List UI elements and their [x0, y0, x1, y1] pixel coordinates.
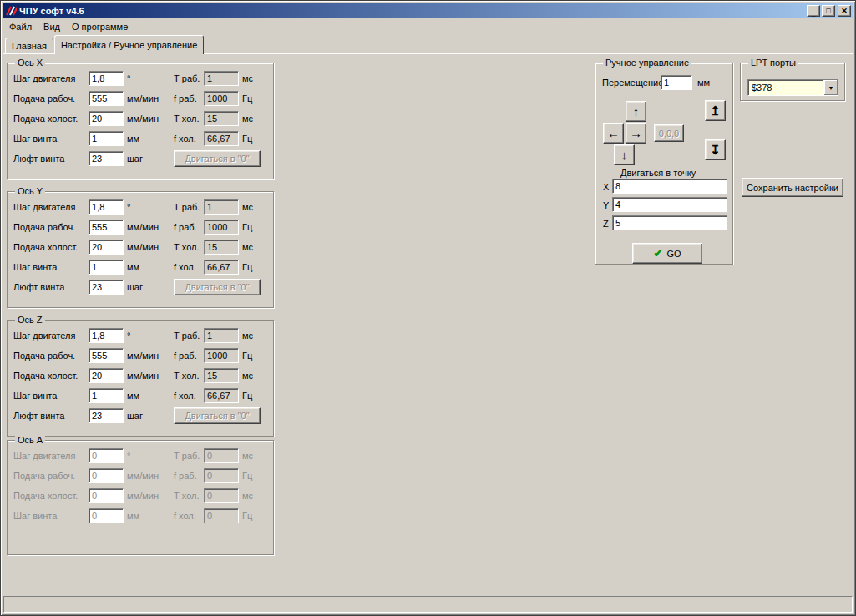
menu-file[interactable]: Файл	[3, 20, 38, 33]
y-work-feed-input[interactable]	[89, 220, 124, 235]
save-settings-button[interactable]: Сохранить настройки	[742, 178, 843, 197]
settings-tab-page: Ось X Шаг двигателя ° Т раб. мс Подача р…	[3, 53, 853, 594]
field-label: Шаг винта	[13, 511, 89, 521]
manual-control-group: Ручное управление Перемещение мм ↑ ↥ ← →…	[595, 58, 733, 265]
unit-label: мс	[242, 491, 261, 501]
x-work-feed-input[interactable]	[89, 91, 124, 106]
unit-label: Гц	[242, 93, 261, 104]
x-idle-feed-input[interactable]	[89, 111, 124, 126]
field-label: Т хол.	[174, 114, 204, 124]
lpt-port-select[interactable]: $378 ▼	[747, 79, 838, 96]
jog-up-button[interactable]: ↑	[626, 101, 646, 122]
z-f-work-field	[204, 348, 239, 363]
unit-label: мм/мин	[127, 491, 174, 501]
z-screw-pitch-input[interactable]	[89, 388, 124, 403]
unit-label: шаг	[127, 282, 174, 292]
field-label: Подача холост.	[13, 371, 89, 381]
field-label: f раб.	[174, 351, 204, 361]
z-idle-feed-input[interactable]	[89, 368, 124, 383]
x-goto-zero-button: Двигаться в "0"	[174, 150, 261, 167]
goto-x-input[interactable]	[612, 179, 727, 194]
y-backlash-input[interactable]	[89, 280, 124, 295]
field-label: f раб.	[174, 471, 204, 481]
field-label: f раб.	[174, 93, 204, 104]
z-work-feed-input[interactable]	[89, 348, 124, 363]
y-motor-step-input[interactable]	[89, 199, 124, 215]
unit-label: мс	[242, 451, 261, 461]
a-t-work-field	[204, 448, 239, 463]
tab-settings[interactable]: Настройка / Ручное управление	[54, 35, 204, 54]
move-distance-input[interactable]	[661, 75, 692, 90]
a-f-work-field	[204, 468, 239, 483]
y-idle-feed-input[interactable]	[89, 240, 124, 255]
menu-view[interactable]: Вид	[38, 20, 66, 33]
jog-left-button[interactable]: ←	[603, 123, 624, 144]
unit-label: мм/мин	[127, 371, 174, 381]
x-motor-step-input[interactable]	[89, 71, 124, 86]
z-backlash-input[interactable]	[89, 408, 124, 423]
window-title: ЧПУ софт v4.6	[19, 6, 805, 16]
zero-position-button: 0,0,0	[654, 124, 684, 142]
app-window: ЧПУ софт v4.6 _ □ ✕ Файл Вид О программе…	[0, 0, 856, 616]
y-f-work-field	[204, 220, 239, 235]
lpt-ports-title: LPT порты	[748, 58, 798, 68]
unit-label: мм	[127, 134, 174, 144]
coord-label: Y	[603, 200, 609, 210]
field-label: Подача рабоч.	[13, 222, 89, 232]
unit-label: мм/мин	[127, 93, 174, 104]
maximize-button[interactable]: □	[822, 5, 835, 17]
minimize-button[interactable]: _	[807, 5, 820, 17]
y-screw-pitch-input[interactable]	[89, 260, 124, 275]
goto-z-input[interactable]	[612, 215, 727, 230]
unit-label: мм	[127, 391, 174, 401]
arrow-down-icon: ↓	[621, 148, 628, 162]
unit-label: мс	[242, 202, 261, 212]
field-label: Шаг двигателя	[13, 202, 89, 212]
unit-label: мм/мин	[127, 242, 174, 252]
x-backlash-input[interactable]	[89, 151, 124, 166]
field-label: Подача холост.	[13, 491, 89, 501]
unit-label: Гц	[242, 391, 261, 401]
a-work-feed-input	[89, 468, 124, 483]
unit-label: Гц	[242, 351, 261, 361]
unit-label: Гц	[242, 471, 261, 481]
dropdown-arrow-icon[interactable]: ▼	[823, 80, 838, 95]
arrow-up-icon: ↑	[633, 104, 640, 119]
x-screw-pitch-input[interactable]	[89, 131, 124, 146]
axis-a-title: Ось A	[15, 435, 45, 445]
jog-right-button[interactable]: →	[626, 123, 646, 144]
z-motor-step-input[interactable]	[89, 328, 124, 343]
axis-a-group: Ось A Шаг двигателя ° Т раб. мс Подача р…	[7, 435, 274, 555]
go-button[interactable]: ✔ GO	[632, 243, 702, 264]
x-f-work-field	[204, 91, 239, 106]
lpt-ports-group: LPT порты $378 ▼	[740, 58, 845, 101]
axis-z-group: Ось Z Шаг двигателя ° Т раб. мс Подача р…	[7, 315, 274, 437]
field-label: Шаг двигателя	[13, 331, 89, 341]
x-t-idle-field	[204, 111, 239, 126]
goto-y-input[interactable]	[612, 197, 727, 212]
tab-main[interactable]: Главная	[5, 38, 53, 53]
menu-about[interactable]: О программе	[66, 20, 134, 33]
goto-point-label: Двигаться в точку	[620, 168, 696, 178]
close-button[interactable]: ✕	[838, 5, 851, 17]
move-distance-unit: мм	[697, 78, 710, 88]
unit-label: шаг	[127, 411, 174, 421]
jog-down-button[interactable]: ↓	[614, 144, 635, 165]
field-label: Шаг винта	[13, 134, 89, 144]
z-goto-zero-button: Двигаться в "0"	[174, 407, 261, 424]
unit-label: мс	[242, 331, 261, 341]
jog-z-up-button[interactable]: ↥	[705, 100, 726, 121]
jog-z-down-button[interactable]: ↧	[705, 139, 726, 160]
field-label: Подача холост.	[13, 114, 89, 124]
arrow-right-icon: →	[630, 126, 642, 140]
unit-label: мм/мин	[127, 222, 174, 232]
axis-y-title: Ось Y	[15, 186, 45, 196]
arrow-z-down-icon: ↧	[710, 143, 721, 158]
tab-strip: Главная Настройка / Ручное управление	[3, 34, 853, 53]
field-label: Люфт винта	[13, 154, 89, 164]
y-t-work-field	[204, 199, 239, 215]
a-screw-pitch-input	[89, 508, 124, 523]
arrow-z-up-icon: ↥	[710, 104, 721, 119]
unit-label: мс	[242, 371, 261, 381]
x-t-work-field	[204, 71, 239, 86]
